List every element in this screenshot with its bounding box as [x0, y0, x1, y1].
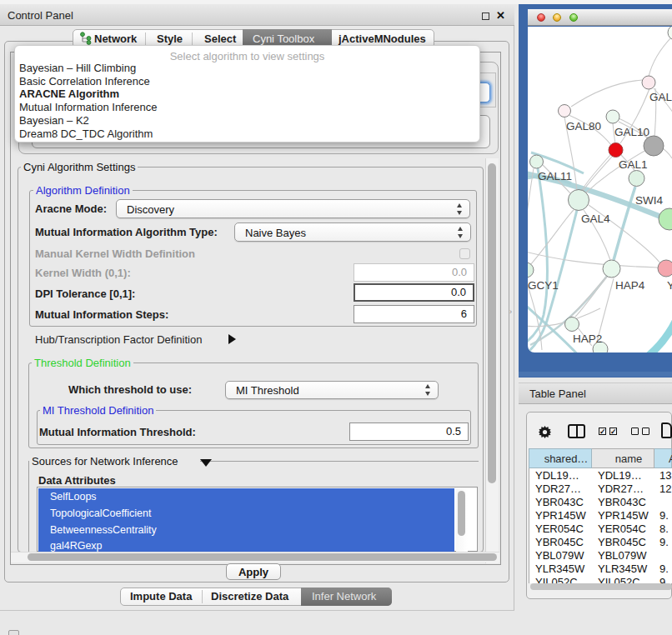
svg-text:GAL4: GAL4	[581, 212, 610, 225]
svg-text:GAL2: GAL2	[649, 91, 672, 103]
svg-text:GAL1: GAL1	[619, 158, 648, 171]
svg-text:SWI4: SWI4	[635, 194, 663, 207]
svg-text:Y: Y	[667, 279, 672, 292]
svg-text:GAL10: GAL10	[614, 126, 649, 138]
svg-text:GAL80: GAL80	[566, 120, 601, 132]
svg-text:HAP4: HAP4	[615, 279, 645, 292]
svg-text:HAP2: HAP2	[573, 332, 602, 345]
svg-text:GAL11: GAL11	[538, 170, 572, 182]
svg-text:GCY1: GCY1	[528, 279, 559, 292]
